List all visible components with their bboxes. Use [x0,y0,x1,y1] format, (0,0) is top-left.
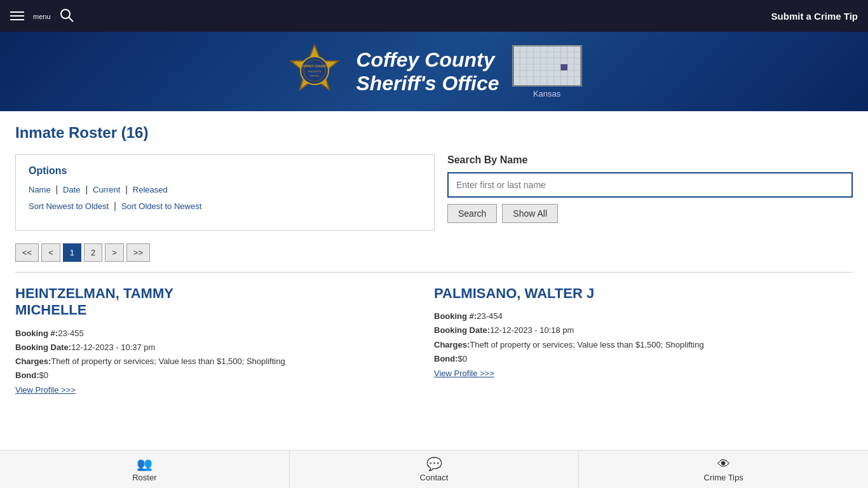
main-content: Inmate Roster (16) Options Name | Date |… [0,111,868,420]
page-btn-last[interactable]: >> [126,243,150,262]
filter-name-link[interactable]: Name [29,185,51,194]
options-box: Options Name | Date | Current | Released… [15,154,435,231]
svg-point-0 [61,10,70,18]
divider [15,272,853,273]
svg-text:OFFICE: OFFICE [310,74,320,78]
booking-date-label-1: Booking Date: [434,325,490,335]
inmate-details-1: Booking #:23-454 Booking Date:12-12-2023… [434,309,840,365]
kansas-map: Kansas [512,45,582,98]
inmate-name-line1-1: PALMISANO, WALTER J [434,285,840,302]
sep2: | [85,184,88,194]
kansas-state-label: Kansas [533,89,560,98]
site-header: COFFEY COUNTY SHERIFF'S OFFICE Coffey Co… [0,32,868,111]
charges-label-1: Charges: [434,340,470,349]
sort-newest-link[interactable]: Sort Newest to Oldest [29,201,109,211]
inmate-bond-row-1: Bond:$0 [434,352,840,366]
inmate-name-line2-0: MICHELLE [15,302,421,318]
charges-label-0: Charges: [15,356,51,366]
inmate-bond-row-0: Bond:$0 [15,369,421,383]
inmate-booking-date-row-1: Booking Date:12-12-2023 - 10:18 pm [434,323,840,337]
sep3: | [125,184,128,194]
booking-date-value-1: 12-12-2023 - 10:18 pm [490,325,574,335]
inmate-details-0: Booking #:23-455 Booking Date:12-12-2023… [15,327,421,383]
options-title: Options [29,165,421,177]
page-btn-prev[interactable]: < [41,243,60,262]
show-all-button[interactable]: Show All [502,204,558,223]
bond-value-1: $0 [458,354,467,363]
svg-text:COFFEY COUNTY: COFFEY COUNTY [301,64,329,68]
header-title-line2: Sheriff's Office [356,72,499,95]
inmate-name-line1-0: HEINTZELMAN, TAMMY [15,285,421,302]
page-btn-next[interactable]: > [105,243,124,262]
sheriff-badge: COFFEY COUNTY SHERIFF'S OFFICE [286,42,343,101]
inmate-booking-date-row-0: Booking Date:12-12-2023 - 10:37 pm [15,341,421,355]
inmate-booking-num-row-1: Booking #:23-454 [434,309,840,323]
booking-num-value-0: 23-455 [58,329,83,338]
top-navigation: menu Submit a Crime Tip [0,0,868,32]
view-profile-link-1[interactable]: View Profile >>> [434,369,494,378]
sort-oldest-link[interactable]: Sort Oldest to Newest [121,201,201,211]
inmate-name-1: PALMISANO, WALTER J [434,285,840,302]
submit-crime-tip-link[interactable]: Submit a Crime Tip [771,11,858,22]
svg-rect-23 [560,64,567,71]
search-icon[interactable] [60,8,74,24]
page-btn-1[interactable]: 1 [63,243,81,262]
menu-button[interactable] [10,11,24,20]
header-title: Coffey County Sheriff's Office [356,48,499,95]
options-sort-links: Sort Newest to Oldest | Sort Oldest to N… [29,201,421,211]
inmate-booking-num-row-0: Booking #:23-455 [15,327,421,341]
filter-released-link[interactable]: Released [133,185,168,194]
page-btn-2[interactable]: 2 [84,243,102,262]
svg-line-1 [69,17,73,22]
booking-num-label-0: Booking #: [15,329,58,338]
sep1: | [56,184,58,194]
inmate-charges-row-1: Charges:Theft of property or services; V… [434,338,840,352]
charges-value-1: Theft of property or services; Value les… [470,340,703,349]
page-title: Inmate Roster (16) [15,124,853,142]
search-button[interactable]: Search [447,204,497,223]
inmate-card-1: PALMISANO, WALTER J Booking #:23-454 Boo… [434,285,853,407]
pagination: << < 1 2 > >> [15,243,853,262]
search-buttons: Search Show All [447,204,853,223]
options-search-row: Options Name | Date | Current | Released… [15,154,853,231]
filter-date-link[interactable]: Date [63,185,80,194]
view-profile-link-0[interactable]: View Profile >>> [15,385,76,395]
booking-num-value-1: 23-454 [477,311,502,321]
top-nav-left: menu [10,8,74,24]
inmate-row: HEINTZELMAN, TAMMY MICHELLE Booking #:23… [15,285,853,407]
booking-num-label-1: Booking #: [434,311,477,321]
booking-date-value-0: 12-12-2023 - 10:37 pm [71,342,155,352]
sep4: | [114,201,116,211]
search-by-name-title: Search By Name [447,154,853,166]
page-btn-first[interactable]: << [15,243,39,262]
charges-value-0: Theft of property or services; Value les… [51,356,285,366]
bond-value-0: $0 [39,370,48,380]
booking-date-label-0: Booking Date: [15,342,71,352]
bond-label-0: Bond: [15,370,39,380]
inmate-card-0: HEINTZELMAN, TAMMY MICHELLE Booking #:23… [15,285,434,407]
search-input[interactable] [447,172,853,198]
filter-current-link[interactable]: Current [93,185,120,194]
header-title-line1: Coffey County [356,48,499,72]
bond-label-1: Bond: [434,354,458,363]
menu-label: menu [33,13,51,20]
inmate-charges-row-0: Charges:Theft of property or services; V… [15,355,421,369]
inmate-name-0: HEINTZELMAN, TAMMY MICHELLE [15,285,421,319]
search-by-name-box: Search By Name Search Show All [447,154,853,231]
options-filter-links: Name | Date | Current | Released [29,184,421,194]
svg-text:SHERIFF'S: SHERIFF'S [308,70,322,73]
